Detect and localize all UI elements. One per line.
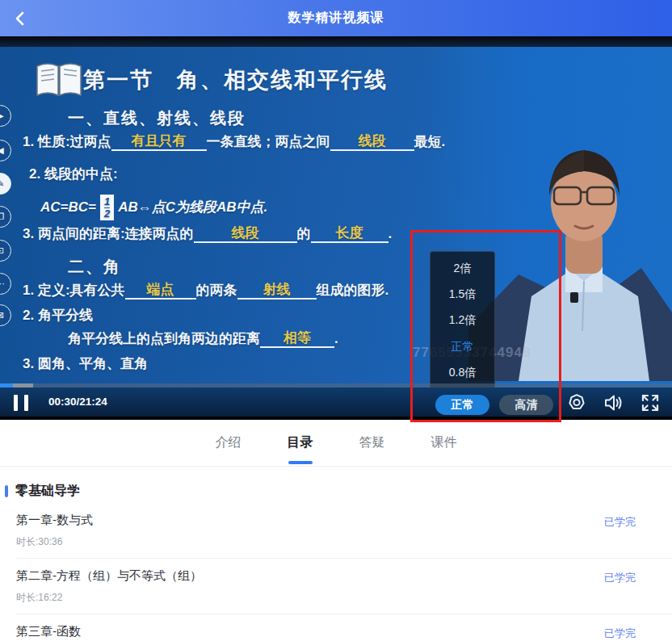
slide-line-5-pre: 1. 定义:具有公共 [23, 283, 125, 298]
status-badge: 已学完 [604, 571, 636, 585]
previous-icon: ◀ [0, 140, 11, 161]
slide-answer: 线段 [330, 133, 414, 151]
fullscreen-icon[interactable] [640, 392, 661, 413]
app-window: 数学精讲视频课 [0, 0, 672, 641]
speed-option-2x[interactable]: 2倍 [454, 262, 472, 274]
slide-line-4-mid: 的 [297, 226, 311, 241]
back-button[interactable] [8, 6, 32, 31]
slide-line-1-post: 最短. [414, 134, 446, 149]
play-icon: ▶ [0, 105, 11, 127]
chapter-duration: 时长:30:36 [16, 535, 636, 549]
slide-line-4-post: . [388, 226, 393, 241]
slide-line-5-mid: 的两条 [196, 283, 237, 298]
more-icon: ⋯ [0, 273, 11, 295]
catalog-list: 零基础导学 第一章-数与式 时长:30:36 已学完 第二章-方程（组）与不等式… [0, 467, 672, 641]
tab-intro[interactable]: 介绍 [214, 426, 243, 459]
fraction-one-half: 12 [100, 195, 114, 220]
speed-option-normal[interactable]: 正常 [452, 341, 474, 352]
section-title: 零基础导学 [15, 483, 80, 500]
catalog-section-header: 零基础导学 [5, 483, 672, 500]
slide-title: 第一节 角、相交线和平行线 [83, 65, 388, 94]
pen-icon: ✎ [0, 173, 11, 195]
pause-button[interactable] [14, 395, 28, 411]
speed-menu: 2倍 1.5倍 1.2倍 正常 0.8倍 [430, 251, 495, 389]
slide-answer: 射线 [237, 282, 317, 300]
slide-line-1: 1. 性质:过两点有且只有一条直线；两点之间线段最短. [23, 132, 445, 151]
slide-line-4-pre: 3. 两点间的距离:连接两点的 [23, 226, 194, 241]
slide-line-4: 3. 两点间的距离:连接两点的线段的长度. [23, 224, 392, 243]
speed-option-0-8x[interactable]: 0.8倍 [449, 367, 476, 378]
chapter-title: 第二章-方程（组）与不等式（组） [16, 568, 636, 584]
speed-option-1-5x[interactable]: 1.5倍 [449, 288, 476, 300]
chapter-title: 第一章-数与式 [16, 513, 636, 528]
slide-line-7-pre: 角平分线上的点到角两边的距离 [68, 331, 260, 346]
slide-line-3: AC=BC=12AB⇔点C为线段AB中点. [40, 195, 267, 220]
open-book-icon [36, 61, 82, 98]
slide-answer: 端点 [125, 282, 196, 300]
slide-formula-pre: AC=BC= [40, 199, 96, 215]
slide-line-7-post: . [334, 331, 338, 346]
catalog-row-chapter-2[interactable]: 第二章-方程（组）与不等式（组） 时长:16:22 已学完 [16, 559, 672, 614]
settings-icon[interactable] [566, 392, 587, 413]
tab-catalog[interactable]: 目录 [286, 426, 315, 459]
speed-button[interactable]: 正常 [435, 395, 489, 415]
pages-icon: ❐ [0, 206, 11, 228]
catalog-row-chapter-1[interactable]: 第一章-数与式 时长:30:36 已学完 [16, 503, 672, 559]
slide-line-7: 角平分线上的点到角两边的距离相等. [68, 329, 338, 348]
slide-answer: 有且只有 [111, 133, 207, 151]
monitor-close-icon: ⊠ [0, 304, 11, 326]
slide-line-5-post: 组成的图形. [317, 283, 389, 298]
app-header: 数学精讲视频课 [0, 0, 672, 36]
status-badge: 已学完 [604, 515, 636, 530]
status-badge: 已学完 [604, 626, 636, 641]
slide-line-1-pre: 1. 性质:过两点 [23, 134, 111, 149]
slide-line-1-mid: 一条直线；两点之间 [207, 134, 330, 149]
slide-formula-post: AB⇔点C为线段AB中点. [118, 199, 267, 215]
video-player[interactable]: 第一节 角、相交线和平行线 一、直线、射线、线段 1. 性质:过两点有且只有一条… [0, 36, 672, 420]
tab-courseware[interactable]: 课件 [430, 426, 459, 459]
slide-section-2: 二、角 [68, 256, 121, 278]
slide-line-8: 3. 圆角、平角、直角 [23, 354, 148, 373]
page-title: 数学精讲视频课 [288, 10, 384, 27]
chapter-duration: 时长:16:22 [16, 591, 636, 605]
chapter-title: 第三章-函数 [16, 624, 636, 639]
catalog-row-chapter-3[interactable]: 第三章-函数 时长:37:23 已学完 [16, 614, 672, 641]
monitor-icon: ⊡ [0, 240, 11, 262]
section-accent-bar [5, 485, 8, 497]
fraction-numerator: 1 [104, 195, 110, 207]
quality-button[interactable]: 高清 [499, 395, 553, 415]
chevron-left-icon [13, 11, 27, 26]
slide-answer: 长度 [311, 225, 388, 243]
slide-answer: 相等 [260, 330, 334, 348]
speed-option-1-2x[interactable]: 1.2倍 [449, 314, 476, 325]
slide-section-1: 一、直线、射线、线段 [68, 107, 246, 129]
slide-line-6: 2. 角平分线 [23, 306, 93, 325]
fraction-denominator: 2 [104, 207, 110, 220]
volume-icon[interactable] [603, 392, 624, 413]
tab-bar: 介绍 目录 答疑 课件 [0, 420, 672, 467]
time-display: 00:30/21:24 [48, 396, 107, 408]
player-control-bar: 00:30/21:24 正常 高清 [0, 388, 672, 417]
tab-qa[interactable]: 答疑 [358, 426, 387, 459]
slide-line-5: 1. 定义:具有公共端点的两条射线组成的图形. [23, 281, 388, 300]
video-letterbox [0, 36, 672, 47]
slide-answer: 线段 [194, 225, 297, 243]
slide-line-2: 2. 线段的中点: [29, 165, 118, 183]
